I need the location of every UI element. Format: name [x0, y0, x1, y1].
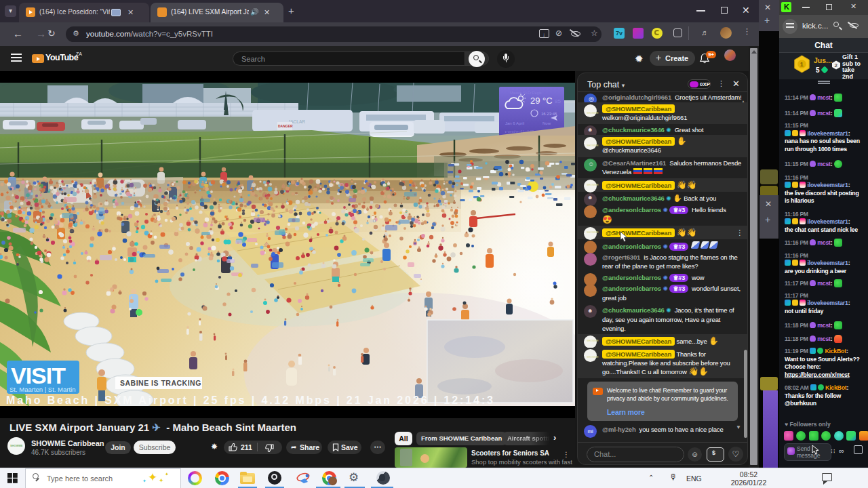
svg-text:2: 2: [835, 62, 838, 68]
svg-text:VISIT: VISIT: [11, 363, 66, 388]
svg-text:SABINE IS TRACKING: SABINE IS TRACKING: [120, 379, 201, 387]
svg-text:St. Maarten | St. Martin: St. Maarten | St. Martin: [9, 386, 76, 393]
svg-text:1: 1: [800, 61, 804, 68]
